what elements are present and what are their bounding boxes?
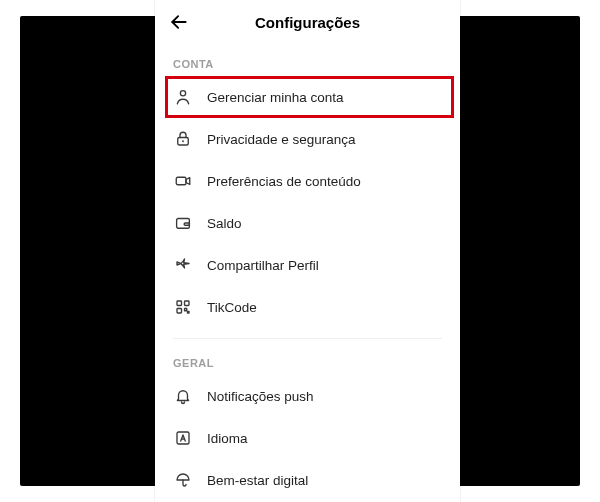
row-label: Gerenciar minha conta: [207, 90, 344, 105]
row-tikcode[interactable]: TikCode: [155, 286, 460, 328]
svg-marker-5: [186, 178, 190, 185]
row-privacy[interactable]: Privacidade e segurança: [155, 118, 460, 160]
row-balance[interactable]: Saldo: [155, 202, 460, 244]
lock-icon: [173, 129, 193, 149]
row-label: Preferências de conteúdo: [207, 174, 361, 189]
svg-rect-9: [177, 309, 182, 314]
row-digital-wellbeing[interactable]: Bem-estar digital: [155, 459, 460, 501]
back-button[interactable]: [169, 0, 189, 44]
row-manage-account[interactable]: Gerenciar minha conta: [165, 76, 454, 118]
svg-rect-12: [177, 432, 189, 444]
bell-icon: [173, 386, 193, 406]
qrcode-icon: [173, 297, 193, 317]
svg-rect-4: [176, 177, 186, 185]
row-label: Notificações push: [207, 389, 314, 404]
section-label-geral: GERAL: [155, 343, 460, 375]
row-label: Compartilhar Perfil: [207, 258, 319, 273]
row-push-notifications[interactable]: Notificações push: [155, 375, 460, 417]
row-label: Saldo: [207, 216, 242, 231]
page-title: Configurações: [255, 14, 360, 31]
svg-rect-7: [177, 301, 182, 306]
section-divider: [173, 338, 442, 339]
header-bar: Configurações: [155, 0, 460, 44]
row-label: Privacidade e segurança: [207, 132, 356, 147]
arrow-left-icon: [169, 12, 189, 32]
row-content-prefs[interactable]: Preferências de conteúdo: [155, 160, 460, 202]
language-icon: [173, 428, 193, 448]
row-language[interactable]: Idioma: [155, 417, 460, 459]
umbrella-icon: [173, 470, 193, 490]
row-label: TikCode: [207, 300, 257, 315]
svg-rect-8: [185, 301, 190, 306]
svg-rect-11: [188, 312, 190, 314]
row-label: Bem-estar digital: [207, 473, 308, 488]
wallet-icon: [173, 213, 193, 233]
row-share-profile[interactable]: Compartilhar Perfil: [155, 244, 460, 286]
svg-rect-10: [185, 309, 187, 311]
svg-point-3: [182, 140, 184, 142]
section-label-conta: CONTA: [155, 44, 460, 76]
svg-point-1: [180, 91, 185, 96]
video-icon: [173, 171, 193, 191]
phone-screen: Configurações CONTA Gerenciar minha cont…: [155, 0, 460, 502]
person-icon: [173, 87, 193, 107]
row-label: Idioma: [207, 431, 248, 446]
share-icon: [173, 255, 193, 275]
